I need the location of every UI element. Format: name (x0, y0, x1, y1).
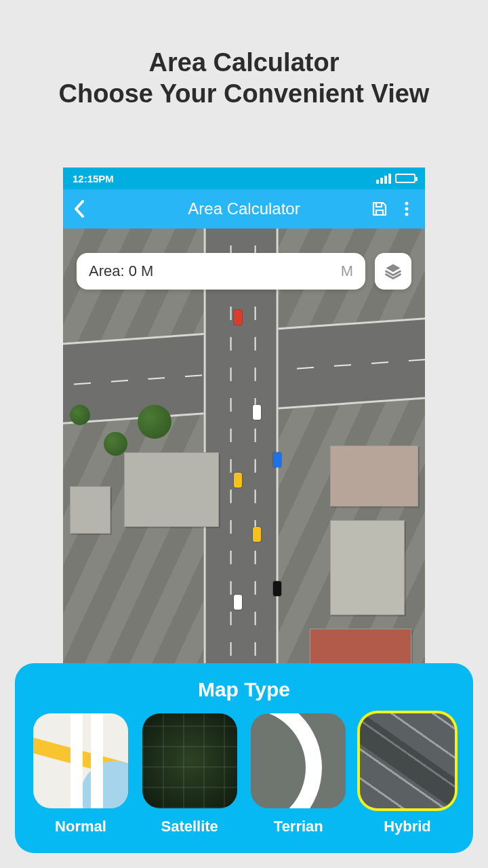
map-building (124, 452, 219, 527)
map-car (273, 581, 281, 596)
more-vertical-icon (404, 201, 409, 217)
map-car (273, 452, 281, 467)
map-tree (138, 405, 171, 439)
back-button[interactable] (63, 189, 96, 229)
map-type-thumb-normal (33, 713, 128, 808)
map-type-option-hybrid[interactable]: Hybrid (357, 713, 458, 835)
heading-line2: Choose Your Convenient View (0, 79, 488, 110)
heading-line1: Area Calculator (0, 47, 488, 79)
map-type-thumb-terrian (251, 713, 346, 808)
layers-button[interactable] (375, 253, 411, 290)
more-button[interactable] (398, 200, 415, 218)
map-car (234, 310, 242, 325)
map-type-thumb-satellite (142, 713, 237, 808)
map-tree (70, 405, 90, 425)
signal-icon (376, 174, 391, 184)
area-display[interactable]: Area: 0 M M (77, 253, 365, 290)
battery-icon (395, 174, 415, 183)
status-time: 12:15PM (73, 173, 114, 184)
map-building (330, 446, 418, 507)
chevron-left-icon (74, 200, 85, 218)
map-type-option-normal[interactable]: Normal (30, 713, 131, 835)
map-building (330, 520, 405, 615)
area-value: Area: 0 M (89, 262, 153, 280)
map-type-thumb-hybrid (360, 713, 455, 808)
page-heading: Area Calculator Choose Your Convenient V… (0, 47, 488, 109)
layers-icon (384, 262, 403, 281)
save-icon (371, 201, 388, 217)
map-type-sheet: Map Type Normal Satellite Terrian Hybrid (15, 663, 473, 853)
search-row: Area: 0 M M (77, 253, 411, 290)
map-type-label: Terrian (274, 818, 323, 835)
map-type-label: Normal (55, 818, 106, 835)
svg-point-2 (405, 213, 409, 216)
svg-point-1 (405, 208, 409, 211)
map-type-options: Normal Satellite Terrian Hybrid (30, 713, 458, 835)
app-bar: Area Calculator (63, 189, 425, 229)
save-button[interactable] (371, 200, 388, 218)
map-type-option-terrian[interactable]: Terrian (247, 713, 349, 835)
unit-selector[interactable]: M (341, 262, 353, 280)
svg-point-0 (405, 202, 409, 205)
map-type-option-satellite[interactable]: Satellite (139, 713, 241, 835)
map-type-label: Satellite (161, 818, 218, 835)
map-car (253, 405, 261, 420)
sheet-title: Map Type (30, 678, 458, 701)
map-type-label: Hybrid (384, 818, 431, 835)
map-building (70, 486, 110, 534)
status-bar: 12:15PM (63, 167, 425, 189)
map-car (234, 595, 242, 610)
map-car (234, 473, 242, 488)
map-car (253, 527, 261, 542)
